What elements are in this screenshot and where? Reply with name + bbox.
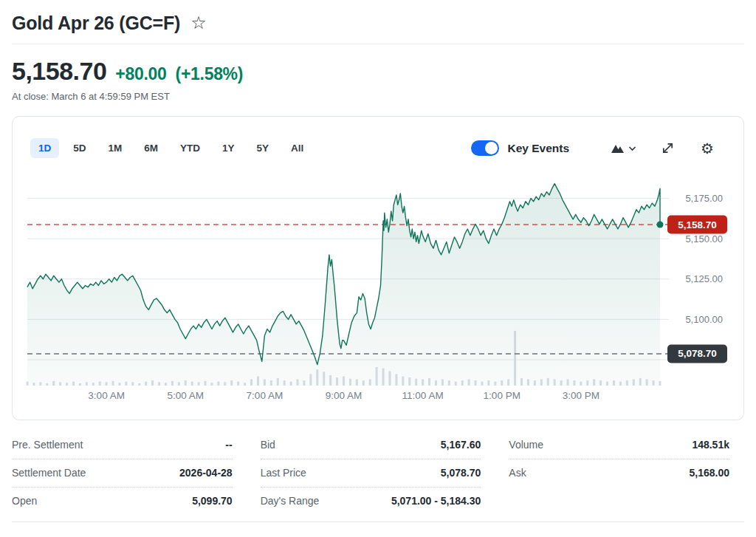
tab-1y[interactable]: 1Y xyxy=(214,138,243,158)
stat-label: Bid xyxy=(261,439,275,451)
tab-1m[interactable]: 1M xyxy=(100,138,131,158)
stat-pre-settlement: Pre. Settlement-- xyxy=(12,431,233,459)
stat-day-s-range: Day's Range5,071.00 - 5,184.30 xyxy=(261,488,481,515)
price-change-percent: (+1.58%) xyxy=(176,64,244,84)
stats-column: Pre. Settlement--Settlement Date2026-04-… xyxy=(12,431,233,515)
stat-label: Open xyxy=(12,495,37,507)
stat-value: 148.51k xyxy=(692,439,729,451)
stat-label: Day's Range xyxy=(261,495,320,507)
tab-1d[interactable]: 1D xyxy=(30,138,59,158)
quote-summary: 5,158.70 +80.00 (+1.58%) xyxy=(12,57,744,86)
tab-ytd[interactable]: YTD xyxy=(172,138,208,158)
star-icon[interactable]: ☆ xyxy=(190,14,207,32)
y-tick-label: 5,100.00 xyxy=(685,314,723,325)
x-tick-label: 11:00 AM xyxy=(402,390,444,401)
x-tick-label: 9:00 AM xyxy=(326,390,362,401)
at-close-timestamp: At close: March 6 at 4:59:59 PM EST xyxy=(12,91,744,102)
y-axis-labels: 5,175.005,150.005,125.005,100.00 xyxy=(685,193,723,325)
tab-5d[interactable]: 5D xyxy=(65,138,94,158)
stat-value: 5,167.60 xyxy=(441,439,481,451)
header: Gold Apr 26 (GC=F) ☆ xyxy=(12,10,744,35)
stat-value: 5,168.00 xyxy=(689,467,729,479)
tab-5y[interactable]: 5Y xyxy=(249,138,278,158)
previous-close-badge-label: 5,078.70 xyxy=(678,348,717,359)
stat-label: Volume xyxy=(509,439,543,451)
stat-last-price: Last Price5,078.70 xyxy=(261,459,481,488)
stat-volume: Volume148.51k xyxy=(509,431,729,459)
price-chart[interactable]: 5,175.005,150.005,125.005,100.00 5,158.7… xyxy=(13,117,743,420)
stat-value: 2026-04-28 xyxy=(179,467,233,479)
x-tick-label: 1:00 PM xyxy=(484,390,520,401)
fullscreen-icon[interactable] xyxy=(662,142,674,154)
key-events-toggle[interactable] xyxy=(471,140,499,156)
chart-controls: Key Events ⚙ xyxy=(471,140,714,156)
x-tick-label: 7:00 AM xyxy=(247,390,284,401)
tab-all[interactable]: All xyxy=(283,138,312,158)
quote-page: Gold Apr 26 (GC=F) ☆ 5,158.70 +80.00 (+1… xyxy=(0,0,756,537)
stats-column: Volume148.51kAsk5,168.00 xyxy=(509,431,729,515)
current-price-badge-label: 5,158.70 xyxy=(678,219,717,230)
last-price-dot xyxy=(657,222,664,228)
page-title: Gold Apr 26 (GC=F) xyxy=(12,13,180,34)
current-price: 5,158.70 xyxy=(12,57,106,86)
chevron-down-icon xyxy=(628,146,636,151)
bottom-divider xyxy=(12,521,744,522)
x-axis-labels: 3:00 AM5:00 AM7:00 AM9:00 AM11:00 AM1:00… xyxy=(88,390,599,401)
y-tick-label: 5,125.00 xyxy=(685,273,723,284)
stat-bid: Bid5,167.60 xyxy=(261,431,481,459)
stat-value: -- xyxy=(225,439,232,451)
toggle-knob xyxy=(485,142,498,154)
stat-value: 5,099.70 xyxy=(192,495,233,507)
chart-type-button[interactable] xyxy=(611,143,636,154)
stats-column: Bid5,167.60Last Price5,078.70Day's Range… xyxy=(261,431,481,515)
price-change: +80.00 xyxy=(115,64,166,84)
price-area xyxy=(27,184,660,386)
stat-settlement-date: Settlement Date2026-04-28 xyxy=(12,459,233,488)
key-events-label: Key Events xyxy=(507,142,569,155)
tab-6m[interactable]: 6M xyxy=(136,138,166,158)
stat-label: Ask xyxy=(509,467,526,479)
y-tick-label: 5,175.00 xyxy=(685,193,723,204)
chart-toolbar: 1D5D1M6MYTD1Y5YAll Key Events xyxy=(30,138,714,158)
stat-ask: Ask5,168.00 xyxy=(509,459,729,487)
stat-label: Pre. Settlement xyxy=(12,439,83,451)
stat-value: 5,071.00 - 5,184.30 xyxy=(391,495,481,507)
area-mountain-icon xyxy=(611,143,625,154)
stats-section: Pre. Settlement--Settlement Date2026-04-… xyxy=(12,431,729,515)
x-tick-label: 5:00 AM xyxy=(167,390,204,401)
x-tick-label: 3:00 PM xyxy=(563,390,599,401)
x-tick-label: 3:00 AM xyxy=(88,390,125,401)
header-divider xyxy=(12,44,744,44)
stat-value: 5,078.70 xyxy=(441,467,481,479)
time-range-tabs: 1D5D1M6MYTD1Y5YAll xyxy=(30,138,312,158)
stat-label: Settlement Date xyxy=(12,467,86,479)
y-tick-label: 5,150.00 xyxy=(685,233,723,244)
settings-gear-icon[interactable]: ⚙ xyxy=(701,141,714,156)
chart-card: 1D5D1M6MYTD1Y5YAll Key Events xyxy=(12,116,744,420)
stat-label: Last Price xyxy=(261,467,306,479)
stat-open: Open5,099.70 xyxy=(12,488,233,515)
